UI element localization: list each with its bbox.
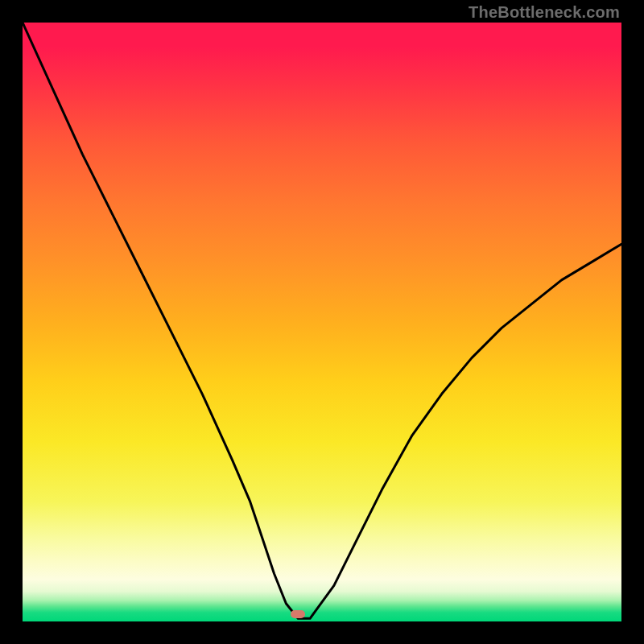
chart-frame bbox=[23, 23, 621, 621]
chart-gradient-background bbox=[23, 23, 621, 621]
attribution-text: TheBottleneck.com bbox=[469, 3, 620, 22]
